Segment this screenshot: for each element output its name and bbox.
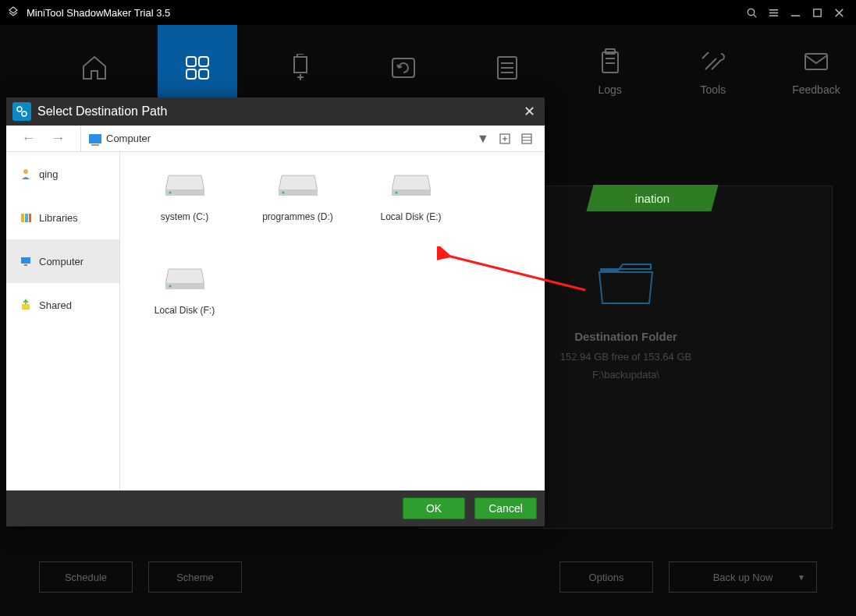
nav-feedback[interactable]: Feedback — [776, 25, 856, 119]
svg-rect-32 — [21, 214, 24, 222]
svg-rect-12 — [199, 69, 208, 79]
user-icon — [19, 168, 33, 180]
pathbar-label: Computer — [106, 133, 151, 144]
computer-icon — [19, 255, 33, 267]
sidebar-item-libraries[interactable]: Libraries — [6, 196, 119, 239]
svg-rect-28 — [522, 134, 531, 143]
svg-point-23 — [17, 107, 22, 112]
nav-tools[interactable]: Tools — [673, 25, 753, 119]
select-destination-modal: Select Destination Path ✕ ← → Computer ▼ — [6, 97, 545, 526]
drive-label: system (C:) — [161, 211, 208, 222]
nav-label: Feedback — [792, 83, 840, 96]
modal-titlebar: Select Destination Path ✕ — [6, 97, 545, 126]
drive-icon — [165, 171, 204, 197]
svg-rect-36 — [24, 264, 27, 266]
menu-icon[interactable] — [767, 6, 780, 19]
nav-label: Tools — [700, 83, 726, 96]
nav-label: Logs — [598, 83, 622, 96]
svg-rect-34 — [29, 214, 31, 222]
svg-point-39 — [169, 191, 171, 193]
ok-button[interactable]: OK — [403, 497, 465, 519]
chevron-down-icon: ▼ — [797, 573, 805, 582]
modal-sidebar: qing Libraries Computer Shared — [6, 152, 120, 490]
destination-title: Destination Folder — [574, 330, 677, 343]
drive-icon — [165, 264, 204, 291]
modal-title: Select Destination Path — [37, 104, 167, 119]
nav-back-icon[interactable]: ← — [22, 130, 36, 147]
scheme-button[interactable]: Scheme — [148, 561, 242, 593]
modal-footer: OK Cancel — [6, 490, 545, 526]
svg-rect-11 — [186, 69, 196, 79]
drive-browser: system (C:) programmes (D:) Local Disk (… — [120, 152, 545, 490]
svg-line-1 — [753, 14, 755, 16]
drive-item-c[interactable]: system (C:) — [128, 163, 241, 257]
sync-icon — [283, 54, 318, 82]
drive-icon — [279, 171, 318, 197]
sidebar-item-computer[interactable]: Computer — [6, 239, 119, 283]
app-logo-icon — [6, 5, 20, 19]
schedule-button[interactable]: Schedule — [39, 561, 133, 593]
svg-rect-37 — [22, 304, 30, 310]
sidebar-label: qing — [39, 168, 59, 180]
sidebar-item-shared[interactable]: Shared — [6, 283, 119, 327]
app-title: MiniTool ShadowMaker Trial 3.5 — [27, 7, 745, 19]
modal-close-icon[interactable]: ✕ — [521, 104, 537, 119]
backup-now-label: Back up Now — [713, 572, 773, 583]
nav-logs[interactable]: Logs — [570, 25, 650, 119]
svg-rect-33 — [25, 214, 28, 222]
svg-point-31 — [23, 169, 28, 174]
path-dropdown-icon[interactable]: ▼ — [476, 132, 490, 146]
destination-header: ination — [586, 185, 718, 211]
svg-point-24 — [22, 112, 27, 116]
svg-rect-35 — [21, 257, 30, 264]
sidebar-label: Libraries — [39, 212, 78, 224]
feedback-icon — [799, 48, 833, 76]
drive-label: Local Disk (E:) — [380, 211, 441, 222]
sidebar-item-user[interactable]: qing — [6, 152, 119, 196]
modal-path-bar: ← → Computer ▼ — [6, 126, 545, 152]
minimize-icon[interactable] — [789, 6, 801, 19]
sidebar-label: Shared — [39, 299, 72, 311]
shared-icon — [19, 299, 33, 311]
home-icon — [77, 54, 112, 82]
svg-rect-13 — [392, 58, 414, 77]
svg-rect-9 — [186, 57, 196, 66]
options-button[interactable]: Options — [559, 561, 653, 593]
view-mode-icon[interactable] — [520, 132, 534, 146]
titlebar: MiniTool ShadowMaker Trial 3.5 — [0, 0, 856, 25]
svg-rect-6 — [813, 9, 820, 16]
cancel-button[interactable]: Cancel — [474, 497, 537, 519]
maximize-icon[interactable] — [811, 6, 823, 19]
libraries-icon — [19, 211, 33, 224]
backup-icon — [180, 54, 215, 82]
search-icon[interactable] — [745, 6, 758, 19]
drive-label: Local Disk (F:) — [155, 305, 215, 316]
svg-rect-10 — [199, 57, 208, 66]
svg-point-45 — [169, 285, 171, 287]
modal-title-icon — [12, 102, 31, 121]
restore-icon — [386, 54, 421, 82]
folder-icon — [595, 257, 657, 311]
bottom-buttons: Schedule Scheme Options Back up Now▼ — [39, 561, 817, 593]
nav-forward-icon[interactable]: → — [52, 130, 66, 147]
logs-icon — [593, 48, 627, 76]
manage-icon — [490, 54, 524, 82]
svg-point-41 — [282, 191, 284, 193]
drive-label: programmes (D:) — [262, 211, 333, 222]
drive-icon — [392, 171, 431, 197]
destination-path: F:\backupdata\ — [592, 369, 659, 381]
sidebar-label: Computer — [39, 256, 83, 267]
svg-point-0 — [748, 9, 754, 15]
pathbar[interactable]: Computer — [81, 133, 476, 144]
svg-point-43 — [395, 191, 397, 193]
drive-item-e[interactable]: Local Disk (E:) — [354, 163, 467, 257]
drive-item-f[interactable]: Local Disk (F:) — [128, 257, 241, 350]
backup-now-button[interactable]: Back up Now▼ — [669, 561, 817, 593]
computer-icon — [89, 134, 101, 143]
new-folder-icon[interactable] — [498, 132, 512, 146]
close-icon[interactable] — [833, 6, 845, 19]
destination-free-space: 152.94 GB free of 153.64 GB — [560, 351, 691, 363]
tools-icon — [696, 48, 730, 76]
drive-item-d[interactable]: programmes (D:) — [241, 163, 354, 257]
svg-rect-22 — [805, 54, 827, 69]
